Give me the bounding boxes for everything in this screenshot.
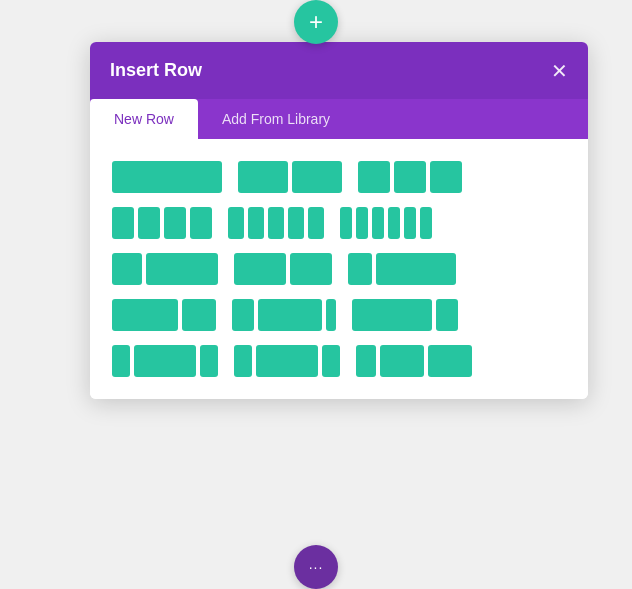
col-block <box>238 161 288 193</box>
layout-narrow-wide-narrow-b[interactable] <box>232 343 342 379</box>
col-block <box>182 299 216 331</box>
dots-icon: ··· <box>309 559 324 575</box>
col-block <box>308 207 324 239</box>
col-block <box>380 345 424 377</box>
col-block <box>356 345 376 377</box>
layout-row-1 <box>110 159 568 195</box>
layout-twothird-onethird[interactable] <box>232 251 334 287</box>
col-block <box>394 161 426 193</box>
layout-quarters[interactable] <box>110 205 214 241</box>
col-block <box>138 207 160 239</box>
modal-tabs: New Row Add From Library <box>90 99 588 139</box>
layout-half-half[interactable] <box>236 159 344 195</box>
col-block <box>112 253 142 285</box>
layout-row-3 <box>110 251 568 287</box>
layout-grid <box>110 159 568 379</box>
col-block <box>356 207 368 239</box>
col-block <box>164 207 186 239</box>
col-block <box>112 345 130 377</box>
col-block <box>292 161 342 193</box>
col-block <box>376 253 456 285</box>
layout-sixths[interactable] <box>338 205 434 241</box>
col-block <box>268 207 284 239</box>
col-block <box>340 207 352 239</box>
col-block <box>372 207 384 239</box>
layout-narrow-wide[interactable] <box>346 251 458 287</box>
col-block <box>388 207 400 239</box>
close-button[interactable]: ✕ <box>551 61 568 81</box>
layout-small-mid-large[interactable] <box>354 343 474 379</box>
layout-fifths[interactable] <box>226 205 326 241</box>
col-block <box>290 253 332 285</box>
insert-row-modal: Insert Row ✕ New Row Add From Library <box>90 42 588 399</box>
more-options-button[interactable]: ··· <box>294 545 338 589</box>
col-block <box>112 161 222 193</box>
layout-narrow-wide-narrow-a[interactable] <box>110 343 220 379</box>
col-block <box>430 161 462 193</box>
col-block <box>234 253 286 285</box>
col-block <box>112 207 134 239</box>
col-block <box>248 207 264 239</box>
layout-small-large-b[interactable] <box>230 297 338 333</box>
tab-new-row[interactable]: New Row <box>90 99 198 139</box>
col-block <box>420 207 432 239</box>
layout-row-2 <box>110 205 568 241</box>
layout-large-small-c[interactable] <box>350 297 460 333</box>
col-block <box>200 345 218 377</box>
col-block <box>322 345 340 377</box>
tab-add-from-library[interactable]: Add From Library <box>198 99 354 139</box>
col-block <box>146 253 218 285</box>
col-block <box>326 299 336 331</box>
col-block <box>234 345 252 377</box>
layout-onethird-twothird[interactable] <box>110 251 220 287</box>
col-block <box>228 207 244 239</box>
layout-row-5 <box>110 343 568 379</box>
col-block <box>134 345 196 377</box>
col-block <box>288 207 304 239</box>
modal-body <box>90 139 588 399</box>
plus-icon: + <box>309 8 323 36</box>
layout-full-width[interactable] <box>110 159 224 195</box>
modal-title: Insert Row <box>110 60 202 81</box>
col-block <box>428 345 472 377</box>
col-block <box>232 299 254 331</box>
col-block <box>404 207 416 239</box>
col-block <box>258 299 322 331</box>
add-top-button[interactable]: + <box>294 0 338 44</box>
col-block <box>112 299 178 331</box>
col-block <box>358 161 390 193</box>
layout-thirds[interactable] <box>356 159 464 195</box>
layout-row-4 <box>110 297 568 333</box>
modal-header: Insert Row ✕ <box>90 42 588 99</box>
col-block <box>352 299 432 331</box>
layout-large-small-a[interactable] <box>110 297 218 333</box>
col-block <box>256 345 318 377</box>
col-block <box>190 207 212 239</box>
col-block <box>436 299 458 331</box>
col-block <box>348 253 372 285</box>
